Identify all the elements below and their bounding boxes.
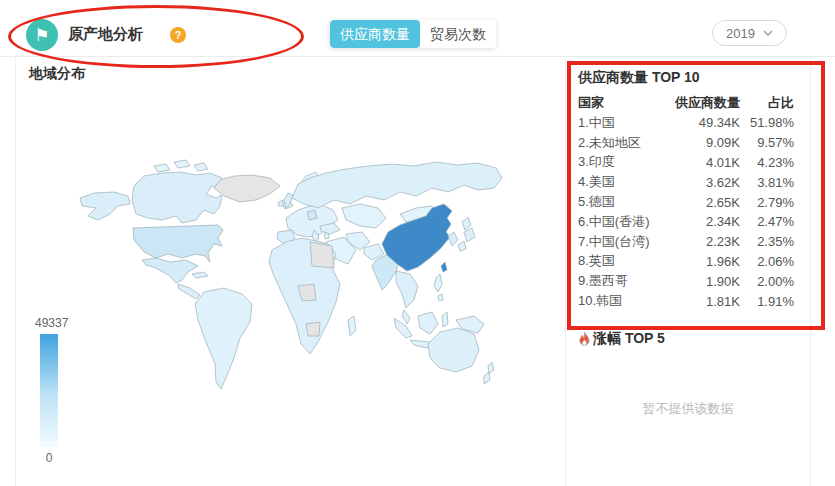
top10-table-header: 国家 供应商数量 占比 [578,94,794,112]
rise-top5-header: 涨幅 TOP 5 [578,330,665,348]
map-region-north-america [80,160,293,299]
year-dropdown-value: 2019 [726,26,755,41]
map-panel-title: 地域分布 [29,65,85,83]
table-row: 7.中国(台湾) 2.23K 2.35% [578,232,794,252]
world-map[interactable] [58,138,548,438]
origin-analysis-page: ⚑ 原产地分析 ? 供应商数量 贸易次数 2019 地域分布 [0,0,835,486]
country-mexico [142,258,198,283]
top10-panel: 供应商数量 TOP 10 国家 供应商数量 占比 1.中国 49.34K 51.… [566,56,810,486]
year-dropdown[interactable]: 2019 [712,20,787,46]
rise-top5-title: 涨幅 TOP 5 [593,330,665,348]
flame-icon [578,332,591,347]
metric-tabs: 供应商数量 贸易次数 [330,20,496,48]
map-legend: 49337 0 [34,316,94,465]
top10-table-body: 1.中国 49.34K 51.98% 2.未知地区 9.09K 9.57% 3.… [578,113,794,311]
panel-left-border [15,57,16,486]
flag-badge-icon: ⚑ [26,19,58,51]
table-row: 5.德国 2.65K 2.79% [578,192,794,212]
table-row: 3.印度 4.01K 4.23% [578,153,794,173]
country-greenland [214,175,280,202]
country-south-korea [448,232,458,246]
country-taiwan [441,262,447,272]
map-region-south-america [195,288,252,389]
page-title: 原产地分析 [68,25,143,44]
table-row: 2.未知地区 9.09K 9.57% [578,133,794,153]
table-row: 4.美国 3.62K 3.81% [578,172,794,192]
country-russia [292,162,502,208]
table-row: 9.墨西哥 1.90K 2.00% [578,271,794,291]
table-row: 6.中国(香港) 2.34K 2.47% [578,212,794,232]
legend-gradient-bar [40,334,58,447]
table-row: 1.中国 49.34K 51.98% [578,113,794,133]
column-supplier-count: 供应商数量 [668,94,740,112]
tab-trade-count[interactable]: 贸易次数 [420,20,496,48]
table-row: 8.英国 1.96K 2.06% [578,252,794,272]
help-icon[interactable]: ? [170,27,186,43]
chevron-down-icon [763,30,773,36]
legend-min-value: 0 [40,451,58,465]
no-data-message: 暂不提供该数据 [566,400,810,418]
map-region-oceania [428,328,494,384]
top10-title: 供应商数量 TOP 10 [578,69,700,87]
table-row: 10.韩国 1.81K 1.91% [578,291,794,311]
country-germany [307,210,317,220]
legend-max-value: 49337 [35,316,94,330]
panel-right-border [810,57,811,486]
country-australia [428,328,479,372]
country-usa [133,225,223,262]
column-country: 国家 [578,94,668,112]
column-share: 占比 [740,94,794,112]
tab-supplier-count[interactable]: 供应商数量 [330,20,420,48]
